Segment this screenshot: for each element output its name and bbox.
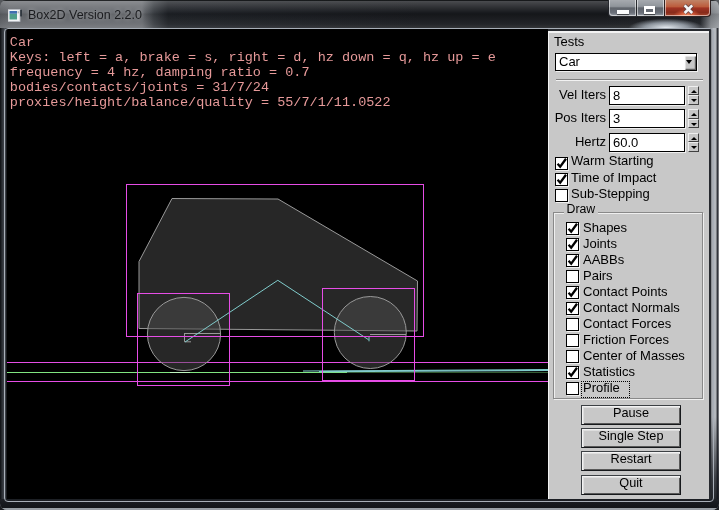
- svg-text:bodies/contacts/joints = 31/7/: bodies/contacts/joints = 31/7/24: [10, 80, 269, 95]
- svg-text:frequency = 4 hz, damping rati: frequency = 4 hz, damping ratio = 0.7: [10, 65, 310, 80]
- svg-text:Car: Car: [10, 35, 34, 50]
- svg-text:Keys: left = a, brake = s, rig: Keys: left = a, brake = s, right = d, hz…: [10, 50, 496, 65]
- svg-text:proxies/height/balance/quality: proxies/height/balance/quality = 55/7/1/…: [10, 95, 391, 110]
